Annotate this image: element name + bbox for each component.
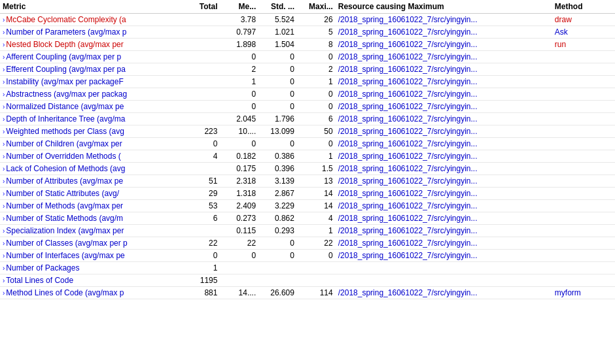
expand-arrow-icon[interactable]: › <box>3 265 5 272</box>
resource-link[interactable]: /2018_spring_16061022_7/src/yingyin... <box>338 164 478 173</box>
resource-link[interactable]: /2018_spring_16061022_7/src/yingyin... <box>338 114 478 124</box>
resource-link[interactable]: /2018_spring_16061022_7/src/yingyin... <box>338 102 478 111</box>
metric-name-link[interactable]: Number of Interfaces (avg/max pe <box>6 251 124 260</box>
expand-arrow-icon[interactable]: › <box>3 78 5 86</box>
max-value: 0 <box>297 250 336 262</box>
resource-link[interactable]: /2018_spring_16061022_7/src/yingyin... <box>338 239 478 248</box>
col-header-method[interactable]: Method <box>552 0 615 14</box>
total-value: 51 <box>188 175 220 188</box>
resource-link[interactable]: /2018_spring_16061022_7/src/yingyin... <box>338 52 478 61</box>
metric-name-link[interactable]: Total Lines of Code <box>6 276 73 285</box>
expand-arrow-icon[interactable]: › <box>3 252 5 259</box>
expand-arrow-icon[interactable]: › <box>3 66 5 73</box>
expand-arrow-icon[interactable]: › <box>3 41 5 48</box>
mean-value: 10.... <box>220 125 258 138</box>
expand-arrow-icon[interactable]: › <box>3 16 5 24</box>
expand-arrow-icon[interactable]: › <box>3 29 5 36</box>
metric-name-link[interactable]: Nested Block Depth (avg/max per <box>6 40 123 49</box>
expand-arrow-icon[interactable]: › <box>3 240 5 247</box>
expand-arrow-icon[interactable]: › <box>3 141 5 148</box>
metric-name-link[interactable]: Number of Attributes (avg/max pe <box>6 176 123 186</box>
mean-value: 0 <box>220 88 258 101</box>
metric-cell: ›Weighted methods per Class (avg <box>0 125 188 138</box>
expand-arrow-icon[interactable]: › <box>3 116 5 123</box>
std-value: 13.099 <box>258 125 297 138</box>
resource-cell: /2018_spring_16061022_7/src/yingyin... <box>336 287 552 299</box>
resource-link[interactable]: /2018_spring_16061022_7/src/yingyin... <box>338 139 478 148</box>
resource-link[interactable]: /2018_spring_16061022_7/src/yingyin... <box>338 288 478 297</box>
metric-name-link[interactable]: Number of Static Attributes (avg/ <box>6 189 119 198</box>
table-row: ›Afferent Coupling (avg/max per p000/201… <box>0 51 615 63</box>
total-value: 53 <box>188 200 220 212</box>
metric-name-link[interactable]: Method Lines of Code (avg/max p <box>6 288 124 297</box>
metric-name-link[interactable]: Abstractness (avg/max per packag <box>6 90 127 99</box>
col-header-resource[interactable]: Resource causing Maximum <box>336 0 552 14</box>
table-row: ›Specialization Index (avg/max per0.1150… <box>0 225 615 237</box>
metric-name-link[interactable]: Number of Classes (avg/max per p <box>6 239 127 248</box>
resource-link[interactable]: /2018_spring_16061022_7/src/yingyin... <box>338 90 478 99</box>
expand-arrow-icon[interactable]: › <box>3 103 5 110</box>
table-row: ›Depth of Inheritance Tree (avg/ma2.0451… <box>0 113 615 125</box>
expand-arrow-icon[interactable]: › <box>3 91 5 98</box>
total-value <box>188 76 220 88</box>
method-cell <box>552 237 615 250</box>
method-cell <box>552 250 615 262</box>
resource-link[interactable]: /2018_spring_16061022_7/src/yingyin... <box>338 27 478 37</box>
resource-link[interactable]: /2018_spring_16061022_7/src/yingyin... <box>338 214 478 223</box>
resource-link[interactable]: /2018_spring_16061022_7/src/yingyin... <box>338 251 478 260</box>
resource-cell: /2018_spring_16061022_7/src/yingyin... <box>336 26 552 39</box>
total-value <box>188 51 220 63</box>
metric-name-link[interactable]: Number of Children (avg/max per <box>6 139 122 148</box>
std-value: 0.293 <box>258 225 297 237</box>
resource-link[interactable]: /2018_spring_16061022_7/src/yingyin... <box>338 226 478 235</box>
metric-name-link[interactable]: Number of Parameters (avg/max p <box>6 27 126 37</box>
metric-name-link[interactable]: Depth of Inheritance Tree (avg/ma <box>6 114 125 124</box>
resource-link[interactable]: /2018_spring_16061022_7/src/yingyin... <box>338 40 478 49</box>
expand-arrow-icon[interactable]: › <box>3 277 5 284</box>
metric-name-link[interactable]: Number of Static Methods (avg/m <box>6 214 123 223</box>
expand-arrow-icon[interactable]: › <box>3 227 5 235</box>
total-value: 4 <box>188 150 220 163</box>
col-header-max[interactable]: Maxi... <box>297 0 336 14</box>
expand-arrow-icon[interactable]: › <box>3 203 5 210</box>
metric-name-link[interactable]: Weighted methods per Class (avg <box>6 127 124 136</box>
resource-link[interactable]: /2018_spring_16061022_7/src/yingyin... <box>338 201 478 210</box>
resource-link[interactable]: /2018_spring_16061022_7/src/yingyin... <box>338 152 478 161</box>
method-cell: Ask <box>552 26 615 39</box>
expand-arrow-icon[interactable]: › <box>3 215 5 222</box>
col-header-metric[interactable]: Metric <box>0 0 188 14</box>
col-header-total[interactable]: Total <box>188 0 220 14</box>
metric-name-link[interactable]: Lack of Cohesion of Methods (avg <box>6 164 125 173</box>
resource-link[interactable]: /2018_spring_16061022_7/src/yingyin... <box>338 127 478 136</box>
expand-arrow-icon[interactable]: › <box>3 128 5 135</box>
metric-name-link[interactable]: Number of Overridden Methods ( <box>6 152 120 161</box>
resource-link[interactable]: /2018_spring_16061022_7/src/yingyin... <box>338 77 478 86</box>
metric-name-link[interactable]: Specialization Index (avg/max per <box>6 226 124 235</box>
metric-cell: ›Normalized Distance (avg/max pe <box>0 101 188 113</box>
expand-arrow-icon[interactable]: › <box>3 190 5 197</box>
resource-link[interactable]: /2018_spring_16061022_7/src/yingyin... <box>338 15 478 24</box>
total-value <box>188 88 220 101</box>
metric-name-link[interactable]: Number of Methods (avg/max per <box>6 201 123 210</box>
metrics-table-container: Metric Total Me... Std. ... Maxi... Reso… <box>0 0 615 299</box>
expand-arrow-icon[interactable]: › <box>3 153 5 160</box>
col-header-std[interactable]: Std. ... <box>258 0 297 14</box>
metric-name-link[interactable]: McCabe Cyclomatic Complexity (a <box>6 15 126 24</box>
metric-name-link[interactable]: Instability (avg/max per packageF <box>6 77 123 86</box>
resource-link[interactable]: /2018_spring_16061022_7/src/yingyin... <box>338 189 478 198</box>
resource-link[interactable]: /2018_spring_16061022_7/src/yingyin... <box>338 65 478 74</box>
expand-arrow-icon[interactable]: › <box>3 178 5 185</box>
metric-name-link[interactable]: Normalized Distance (avg/max pe <box>6 102 124 111</box>
metric-name-link[interactable]: Afferent Coupling (avg/max per p <box>6 52 121 61</box>
expand-arrow-icon[interactable]: › <box>3 165 5 173</box>
resource-cell: /2018_spring_16061022_7/src/yingyin... <box>336 88 552 101</box>
expand-arrow-icon[interactable]: › <box>3 290 5 297</box>
resource-link[interactable]: /2018_spring_16061022_7/src/yingyin... <box>338 176 478 186</box>
expand-arrow-icon[interactable]: › <box>3 54 5 61</box>
metric-name-link[interactable]: Number of Packages <box>6 263 79 273</box>
metric-name-link[interactable]: Efferent Coupling (avg/max per pa <box>6 65 126 74</box>
table-row: ›Normalized Distance (avg/max pe000/2018… <box>0 101 615 113</box>
mean-value <box>220 274 258 287</box>
col-header-mean[interactable]: Me... <box>220 0 258 14</box>
std-value <box>258 274 297 287</box>
